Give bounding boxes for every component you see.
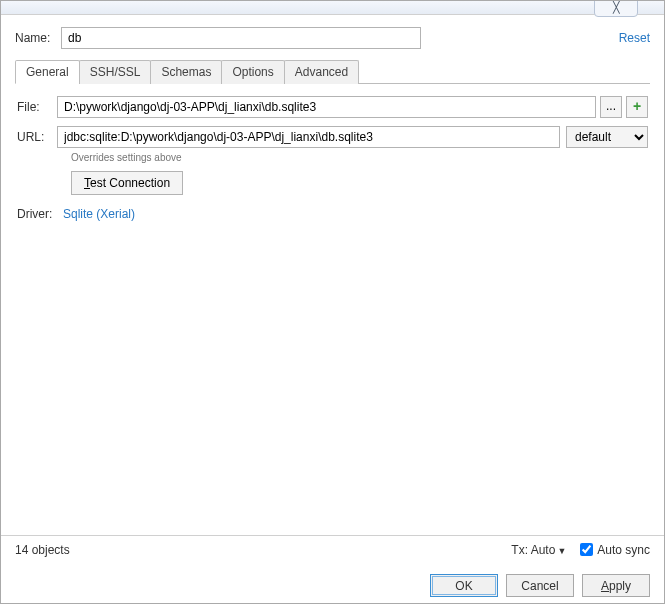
auto-sync-checkbox[interactable]: Auto sync bbox=[580, 543, 650, 557]
titlebar: ╳ bbox=[1, 1, 664, 15]
ok-button[interactable]: OK bbox=[430, 574, 498, 597]
name-row: Name: Reset bbox=[15, 27, 650, 49]
driver-link[interactable]: Sqlite (Xerial) bbox=[63, 207, 135, 221]
file-label: File: bbox=[17, 100, 57, 114]
status-bar: 14 objects Tx: Auto▼ Auto sync bbox=[1, 535, 664, 563]
tab-bar: General SSH/SSL Schemas Options Advanced bbox=[15, 59, 650, 84]
chevron-down-icon: ▼ bbox=[557, 546, 566, 556]
general-panel: File: ... + URL: default Overrides setti… bbox=[15, 96, 650, 221]
override-hint: Overrides settings above bbox=[71, 152, 648, 163]
url-label: URL: bbox=[17, 130, 57, 144]
name-label: Name: bbox=[15, 31, 61, 45]
driver-label: Driver: bbox=[17, 207, 57, 221]
name-input[interactable] bbox=[61, 27, 421, 49]
test-connection-button[interactable]: Test Connection bbox=[71, 171, 183, 195]
tab-general[interactable]: General bbox=[15, 60, 80, 84]
auto-sync-input[interactable] bbox=[580, 543, 593, 556]
url-input[interactable] bbox=[57, 126, 560, 148]
file-row: File: ... + bbox=[17, 96, 648, 118]
file-input[interactable] bbox=[57, 96, 596, 118]
close-button[interactable]: ╳ bbox=[594, 0, 638, 17]
reset-link[interactable]: Reset bbox=[619, 31, 650, 45]
browse-file-button[interactable]: ... bbox=[600, 96, 622, 118]
tab-ssh-ssl[interactable]: SSH/SSL bbox=[79, 60, 152, 84]
tab-schemas[interactable]: Schemas bbox=[150, 60, 222, 84]
url-mode-select[interactable]: default bbox=[566, 126, 648, 148]
tab-options[interactable]: Options bbox=[221, 60, 284, 84]
dialog-button-bar: OK Cancel Apply bbox=[430, 574, 650, 597]
tab-advanced[interactable]: Advanced bbox=[284, 60, 359, 84]
apply-button[interactable]: Apply bbox=[582, 574, 650, 597]
object-count: 14 objects bbox=[15, 543, 70, 557]
content-pane: Name: Reset General SSH/SSL Schemas Opti… bbox=[1, 15, 664, 221]
url-row: URL: default bbox=[17, 126, 648, 148]
add-file-button[interactable]: + bbox=[626, 96, 648, 118]
cancel-button[interactable]: Cancel bbox=[506, 574, 574, 597]
driver-row: Driver: Sqlite (Xerial) bbox=[17, 207, 648, 221]
tx-mode[interactable]: Tx: Auto▼ bbox=[511, 543, 566, 557]
